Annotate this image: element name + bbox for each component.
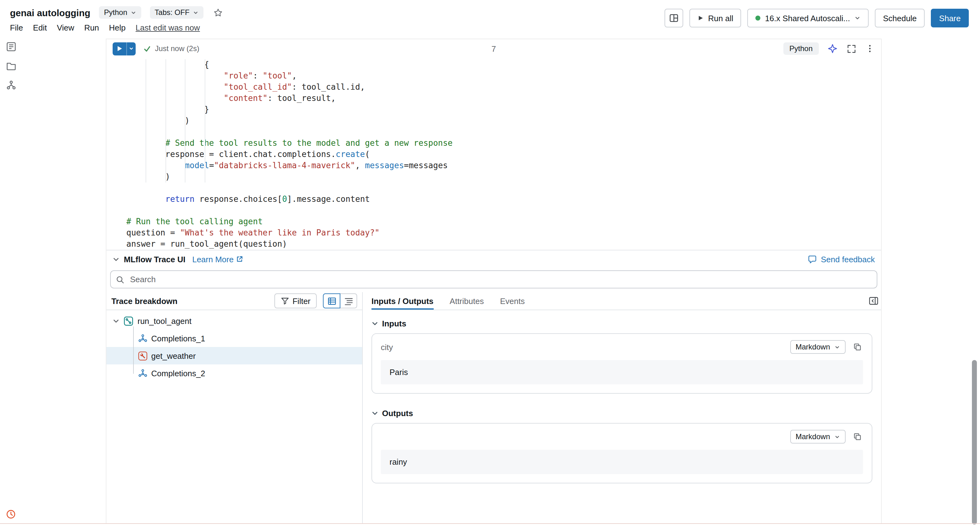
cell-language-badge[interactable]: Python	[783, 42, 819, 55]
chevron-down-icon[interactable]	[113, 318, 119, 324]
indent-guide	[146, 59, 146, 182]
chevron-down-icon	[371, 320, 378, 327]
schedule-label: Schedule	[883, 13, 916, 23]
view-toggle-group	[323, 294, 357, 308]
input-key-label: city	[381, 342, 393, 351]
outputs-section-title: Outputs	[382, 409, 413, 418]
cell-menu-button[interactable]	[865, 44, 875, 54]
menubar: File Edit View Run Help Last edit was no…	[10, 21, 200, 34]
header-actions: Run all 16.x Shared Autoscali... Schedul…	[665, 9, 969, 27]
trace-breakdown-panel: Trace breakdown Filter	[107, 292, 363, 523]
span-label: Completions_1	[151, 334, 205, 343]
fullscreen-icon	[847, 44, 856, 53]
workspace-files-button[interactable]	[6, 61, 17, 72]
tab-attributes[interactable]: Attributes	[450, 292, 484, 310]
model-span-icon	[138, 334, 148, 343]
caret-down-icon	[854, 15, 861, 21]
indent-guide	[165, 59, 166, 182]
send-feedback-label: Send feedback	[821, 254, 875, 264]
cell-output: MLflow Trace UI Learn More Send feedback	[107, 250, 881, 523]
copy-icon	[853, 432, 862, 441]
inputs-section-title: Inputs	[382, 319, 406, 328]
contents-panel-button[interactable]	[6, 41, 17, 52]
tab-events[interactable]: Events	[500, 292, 525, 310]
run-all-label: Run all	[708, 13, 733, 23]
schedule-button[interactable]: Schedule	[875, 9, 924, 27]
tool-span-icon	[138, 351, 148, 360]
notebook-language-label: Python	[104, 8, 127, 17]
learn-more-link[interactable]: Learn More	[192, 254, 243, 264]
vertical-scrollbar[interactable]	[972, 360, 977, 524]
sparkle-icon	[827, 44, 837, 54]
collapse-output-button[interactable]	[113, 256, 119, 263]
version-history-button[interactable]	[6, 509, 16, 519]
menu-run[interactable]: Run	[84, 23, 99, 32]
outputs-section-header: Outputs	[371, 409, 881, 418]
span-row-completions-1[interactable]: Completions_1	[107, 329, 362, 347]
folder-icon	[6, 61, 17, 72]
inputs-section-header: Inputs	[371, 319, 881, 328]
notebook-cell: Just now (2s) 7 Python	[106, 38, 882, 523]
span-row-get-weather[interactable]: get_weather	[107, 347, 362, 364]
menu-edit[interactable]: Edit	[33, 23, 47, 32]
trace-search[interactable]	[110, 270, 877, 288]
search-icon	[116, 275, 124, 284]
run-cell-split-button	[113, 42, 136, 55]
copy-output-button[interactable]	[852, 431, 863, 442]
outputs-card-header: Markdown	[372, 427, 872, 446]
input-format-select[interactable]: Markdown	[790, 340, 846, 354]
trace-section-header: MLflow Trace UI Learn More Send feedback	[107, 251, 881, 268]
timeline-view-toggle[interactable]	[340, 294, 357, 308]
menu-view[interactable]: View	[57, 23, 74, 32]
run-options-button[interactable]	[126, 42, 136, 55]
code-editor[interactable]: { "role": "tool", "tool_call_id": tool_c…	[107, 58, 881, 250]
environment-button[interactable]	[6, 80, 17, 91]
play-icon	[697, 15, 704, 21]
play-icon	[117, 45, 122, 52]
tab-inputs-outputs[interactable]: Inputs / Outputs	[371, 292, 433, 310]
span-label: Completions_2	[151, 369, 205, 378]
span-tree: run_tool_agent Completions_1 get_weather	[107, 310, 362, 382]
span-label: get_weather	[151, 351, 196, 360]
outputs-card: Markdown rainy	[371, 423, 872, 483]
filter-button[interactable]: Filter	[274, 294, 317, 308]
cell-toolbar-actions: Python	[783, 42, 875, 55]
collapse-outputs-button[interactable]	[371, 410, 378, 417]
inputs-card: city Markdown Paris	[371, 333, 872, 394]
copy-input-button[interactable]	[852, 341, 863, 353]
menu-file[interactable]: File	[10, 23, 23, 32]
send-feedback-link[interactable]: Send feedback	[808, 254, 875, 264]
menu-help[interactable]: Help	[109, 23, 126, 32]
cluster-selector[interactable]: 16.x Shared Autoscali...	[748, 9, 869, 27]
assistant-button[interactable]	[827, 43, 838, 54]
span-row-run-tool-agent[interactable]: run_tool_agent	[107, 312, 362, 329]
span-details-panel: Inputs / Outputs Attributes Events Input…	[363, 292, 881, 523]
favorite-button[interactable]	[212, 6, 224, 18]
cell-toolbar: Just now (2s) 7 Python	[107, 39, 881, 58]
maximize-cell-button[interactable]	[846, 43, 857, 54]
share-button[interactable]: Share	[931, 9, 969, 27]
star-icon	[213, 8, 223, 17]
table-view-toggle[interactable]	[323, 294, 340, 308]
notebook-title[interactable]: genai autologging	[10, 7, 90, 18]
code-area: { "role": "tool", "tool_call_id": tool_c…	[107, 58, 881, 250]
collapse-details-button[interactable]	[867, 295, 880, 307]
app-window: genai autologging Python Tabs: OFF Run a…	[0, 0, 980, 527]
collapse-inputs-button[interactable]	[371, 320, 378, 327]
left-rail	[0, 38, 22, 527]
search-input[interactable]	[129, 274, 872, 285]
notebook-language-selector[interactable]: Python	[99, 6, 141, 19]
layout-icon	[669, 13, 679, 23]
workflow-icon	[6, 80, 17, 91]
tabs-toggle-label: Tabs: OFF	[154, 8, 189, 17]
span-row-completions-2[interactable]: Completions_2	[107, 364, 362, 382]
span-children: Completions_1 get_weather Completions_2	[107, 329, 362, 382]
tabs-toggle[interactable]: Tabs: OFF	[150, 6, 203, 19]
model-span-icon	[138, 369, 148, 378]
last-edit-link[interactable]: Last edit was now	[136, 23, 200, 32]
kebab-icon	[865, 44, 874, 53]
layout-toggle-button[interactable]	[665, 9, 683, 27]
output-format-select[interactable]: Markdown	[790, 430, 846, 444]
run-all-button[interactable]: Run all	[689, 9, 741, 27]
run-cell-button[interactable]	[113, 42, 126, 55]
